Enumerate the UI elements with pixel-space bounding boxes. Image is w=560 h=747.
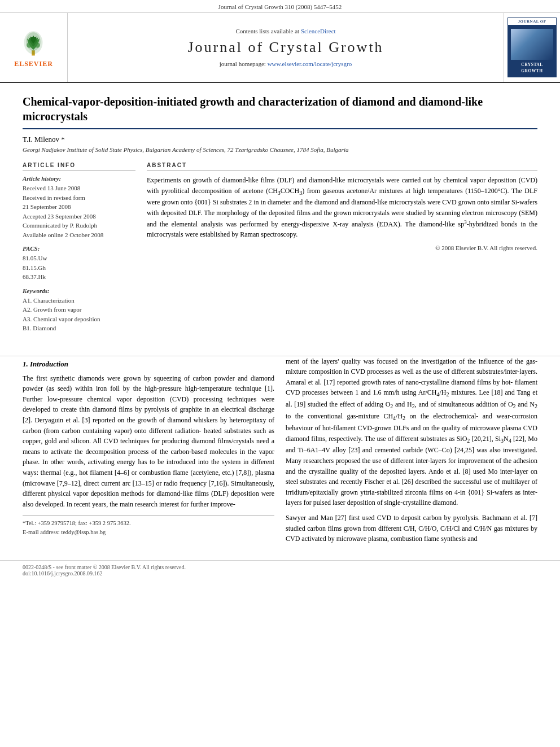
- intro-title: 1. Introduction: [23, 359, 274, 370]
- abstract-header: ABSTRACT: [147, 162, 537, 171]
- keywords-section: Keywords: A1. Characterization A2. Growt…: [23, 287, 135, 333]
- intro-para-2: ment of the layers' quality was focused …: [286, 356, 537, 509]
- badge-top-label: JOURNAL OF: [508, 18, 557, 25]
- footnote-tel: *Tel.: +359 29795718; fax: +359 2 975 36…: [23, 519, 274, 528]
- pacs-section: PACS: 81.05.Uw 81.15.Gh 68.37.Hk: [23, 245, 135, 282]
- pacs-1: 81.05.Uw: [23, 254, 135, 263]
- sciencedirect-link[interactable]: ScienceDirect: [301, 28, 336, 34]
- article-title: Chemical-vapor-deposition-initiated grow…: [23, 94, 537, 129]
- article-info-header: ARTICLE INFO: [23, 162, 135, 171]
- received-revised-label: Received in revised form: [23, 193, 135, 203]
- available-online: Available online 2 October 2008: [23, 230, 135, 240]
- badge-crystal-label: CRYSTAL: [511, 62, 553, 68]
- keyword-4: B1. Diamond: [23, 324, 135, 333]
- history-label: Article history:: [23, 175, 135, 182]
- contents-line: Contents lists available at ScienceDirec…: [235, 28, 335, 34]
- journal-homepage: journal homepage: www.elsevier.com/locat…: [220, 60, 352, 67]
- elsevier-tree-icon: [16, 27, 50, 58]
- communicated-by: Communicated by P. Rudolph: [23, 221, 135, 230]
- crystal-growth-badge-area: JOURNAL OF CRYSTAL GROWTH: [504, 13, 560, 82]
- body-col-right: ment of the layers' quality was focused …: [286, 356, 537, 549]
- keywords-label: Keywords:: [23, 287, 135, 294]
- article-header: Chemical-vapor-deposition-initiated grow…: [0, 83, 560, 356]
- journal-bar: Journal of Crystal Growth 310 (2008) 544…: [0, 0, 560, 13]
- journal-citation: Journal of Crystal Growth 310 (2008) 544…: [218, 3, 342, 10]
- received-revised-date: 21 September 2008: [23, 202, 135, 212]
- badge-body: CRYSTAL GROWTH: [508, 25, 557, 77]
- pacs-3: 68.37.Hk: [23, 272, 135, 282]
- keyword-3: A3. Chemical vapor deposition: [23, 314, 135, 324]
- elsevier-logo-area: ELSEVIER: [0, 13, 68, 82]
- copyright-notice: © 2008 Elsevier B.V. All rights reserved…: [147, 244, 537, 251]
- body-section: 1. Introduction The first synthetic diam…: [0, 356, 560, 560]
- svg-point-3: [27, 42, 32, 47]
- journal-title-main: Journal of Crystal Growth: [187, 39, 383, 56]
- author-affiliation: Georgi Nadjakov Institute of Solid State…: [23, 146, 537, 153]
- author-name: T.I. Milenov *: [23, 135, 537, 144]
- intro-para-1: The first synthetic diamonds were grown …: [23, 373, 274, 510]
- pacs-2: 81.15.Gh: [23, 263, 135, 273]
- intro-para-3: Sawyer and Man [27] first used CVD to de…: [286, 513, 537, 544]
- badge-growth-label: GROWTH: [511, 68, 553, 75]
- svg-point-4: [35, 42, 40, 47]
- pacs-label: PACS:: [23, 245, 135, 252]
- abstract-col: ABSTRACT Experiments on growth of diamon…: [147, 162, 537, 333]
- footnote-section: *Tel.: +359 29795718; fax: +359 2 975 36…: [23, 515, 274, 537]
- elsevier-text: ELSEVIER: [14, 60, 53, 68]
- received-date: Received 13 June 2008: [23, 184, 135, 193]
- bottom-bar: 0022-0248/$ - see front matter © 2008 El…: [0, 560, 560, 580]
- accepted-date: Accepted 23 September 2008: [23, 212, 135, 221]
- article-info-abstract: ARTICLE INFO Article history: Received 1…: [23, 162, 537, 333]
- doi-line: doi:10.1016/j.jcrysgro.2008.09.162: [23, 570, 537, 576]
- article-info-col: ARTICLE INFO Article history: Received 1…: [23, 162, 135, 333]
- keyword-2: A2. Growth from vapor: [23, 305, 135, 314]
- journal-header: ELSEVIER Contents lists available at Sci…: [0, 13, 560, 83]
- issn-line: 0022-0248/$ - see front matter © 2008 El…: [23, 564, 537, 570]
- abstract-text: Experiments on growth of diamond-like fi…: [147, 175, 537, 240]
- footnote-email: E-mail address: teddy@issp.bas.bg: [23, 528, 274, 537]
- body-col-left: 1. Introduction The first synthetic diam…: [23, 356, 274, 549]
- keyword-1: A1. Characterization: [23, 296, 135, 305]
- journal-homepage-link[interactable]: www.elsevier.com/locate/jcrysgro: [268, 60, 352, 67]
- journal-title-area: Contents lists available at ScienceDirec…: [68, 13, 504, 82]
